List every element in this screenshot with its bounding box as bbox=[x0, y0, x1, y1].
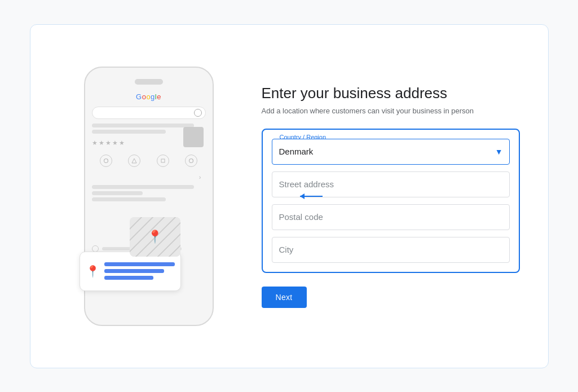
map-thumbnail: 📍 bbox=[130, 217, 180, 257]
country-field-group: Country / Region Denmark Sweden Norway G… bbox=[272, 139, 510, 165]
content-line bbox=[92, 191, 143, 195]
phone-frame: Google ★★★★★ bbox=[84, 67, 214, 326]
svg-point-0 bbox=[104, 158, 108, 162]
country-select-wrapper: Denmark Sweden Norway Germany France Uni… bbox=[272, 139, 510, 165]
content-line bbox=[92, 185, 195, 189]
svg-marker-1 bbox=[132, 158, 136, 163]
svg-point-3 bbox=[189, 158, 193, 162]
phone-notch bbox=[135, 79, 163, 85]
phone-chevron: › bbox=[92, 174, 201, 180]
arrow-line bbox=[300, 196, 323, 197]
popup-line bbox=[104, 262, 175, 266]
country-select[interactable]: Denmark Sweden Norway Germany France Uni… bbox=[272, 139, 510, 165]
page-title: Enter your business address bbox=[262, 85, 520, 102]
form-container: Enter your business address Add a locati… bbox=[239, 85, 520, 308]
popup-pin-icon: 📍 bbox=[86, 265, 100, 278]
svg-rect-2 bbox=[161, 159, 165, 162]
page-subtitle: Add a location where customers can visit… bbox=[262, 107, 520, 115]
arrow-pointer bbox=[300, 193, 323, 199]
postal-code-input[interactable] bbox=[272, 204, 510, 230]
popup-line bbox=[104, 276, 154, 280]
map-pin-icon: 📍 bbox=[147, 230, 162, 244]
phone-icon bbox=[185, 155, 197, 167]
city-input[interactable] bbox=[272, 237, 510, 263]
main-card: Google ★★★★★ bbox=[30, 24, 549, 368]
phone-store-icon bbox=[183, 127, 204, 147]
phone-icon bbox=[128, 155, 140, 167]
phone-content-lines-2 bbox=[92, 185, 206, 201]
phone-stars: ★★★★★ bbox=[92, 139, 125, 147]
phone-icon bbox=[100, 155, 112, 167]
phone-illustration: Google ★★★★★ bbox=[59, 67, 239, 326]
content-line bbox=[92, 130, 166, 134]
postal-field-group bbox=[272, 204, 510, 230]
popup-line bbox=[104, 269, 164, 273]
popup-lines bbox=[104, 262, 175, 280]
google-logo: Google bbox=[92, 93, 206, 101]
phone-action-icons bbox=[92, 155, 206, 167]
next-button[interactable]: Next bbox=[262, 287, 307, 308]
content-line bbox=[92, 197, 166, 201]
location-popup: 📍 📍 bbox=[80, 252, 181, 291]
address-form-box: Country / Region Denmark Sweden Norway G… bbox=[262, 129, 520, 273]
phone-search-icon bbox=[194, 109, 202, 117]
content-line bbox=[92, 124, 195, 127]
phone-search-bar bbox=[92, 107, 206, 119]
city-field-group bbox=[272, 237, 510, 263]
phone-icon bbox=[157, 155, 169, 167]
